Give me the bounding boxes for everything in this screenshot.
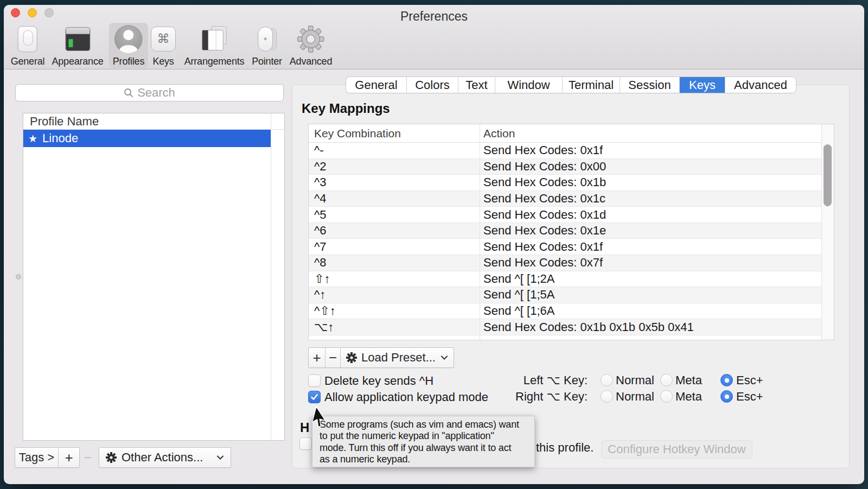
remove-mapping-button[interactable]: − bbox=[326, 348, 341, 367]
appearance-icon bbox=[65, 24, 90, 54]
general-icon bbox=[18, 24, 37, 54]
profile-name: Linode bbox=[42, 131, 78, 145]
delete-key-label: Delete key sends ^H bbox=[324, 374, 433, 387]
key-mapping-row[interactable]: ^8Send Hex Codes: 0x7f bbox=[309, 255, 821, 271]
key-mapping-row[interactable]: ^7Send Hex Codes: 0x1f bbox=[309, 239, 821, 255]
column-divider bbox=[480, 124, 480, 340]
other-actions-dropdown[interactable]: Other Actions... bbox=[99, 447, 231, 468]
gear-icon bbox=[346, 352, 357, 363]
tab-text[interactable]: Text bbox=[458, 77, 495, 93]
search-input[interactable]: Search bbox=[15, 84, 284, 101]
pointer-icon bbox=[253, 24, 280, 54]
search-placeholder: Search bbox=[137, 86, 175, 100]
radio-label: Normal bbox=[616, 390, 654, 403]
advanced-icon bbox=[297, 24, 325, 54]
profile-list-header: Profile Name bbox=[23, 113, 284, 130]
radio-label: Normal bbox=[616, 374, 654, 386]
hotkey-checkbox[interactable] bbox=[299, 437, 312, 450]
splitter-handle[interactable] bbox=[16, 274, 21, 280]
radio-label: Meta bbox=[675, 374, 702, 386]
profile-list: Profile Name ★ Linode bbox=[23, 113, 285, 441]
key-mapping-row[interactable]: ^-Send Hex Codes: 0x1f bbox=[309, 143, 821, 159]
key-mapping-row[interactable]: ^↑Send ^[ [1;5A bbox=[309, 287, 821, 303]
tab-session[interactable]: Session bbox=[620, 77, 680, 93]
tooltip: Some programs (such as vim and emacs) wa… bbox=[312, 416, 535, 467]
other-actions-label: Other Actions... bbox=[122, 450, 203, 465]
keypad-mode-checkbox[interactable] bbox=[308, 391, 321, 403]
tags-button[interactable]: Tags > bbox=[15, 448, 59, 467]
profile-tabs: GeneralColorsTextWindowTerminalSessionKe… bbox=[346, 77, 796, 93]
delete-key-checkbox[interactable] bbox=[308, 374, 321, 387]
list-column-divider bbox=[271, 113, 271, 440]
column-action: Action bbox=[483, 127, 515, 140]
preferences-window: Preferences GeneralAppearanceProfiles⌘Ke… bbox=[4, 5, 864, 484]
key-mapping-row[interactable]: ^⇧↑Send ^[ [1;6A bbox=[309, 303, 821, 320]
hotkey-text-partial: this profile. bbox=[536, 441, 593, 454]
remove-profile-button[interactable]: − bbox=[80, 447, 96, 468]
mouse-cursor bbox=[313, 404, 338, 433]
radio-group-label: Left ⌥ Key: bbox=[479, 374, 588, 386]
key-mapping-row[interactable]: ^3Send Hex Codes: 0x1b bbox=[309, 175, 821, 191]
configure-hotkey-window-button[interactable]: Configure Hotkey Window bbox=[601, 440, 752, 459]
tab-general[interactable]: General bbox=[346, 77, 407, 93]
radio-meta-left[interactable] bbox=[660, 374, 673, 386]
window-title: Preferences bbox=[4, 9, 864, 24]
tab-advanced[interactable]: Advanced bbox=[725, 77, 796, 93]
radio-meta-right[interactable] bbox=[660, 390, 673, 403]
radio-normal-left[interactable] bbox=[601, 374, 613, 386]
radio-group-label: Right ⌥ Key: bbox=[479, 390, 588, 403]
hotkey-heading-partial: H bbox=[300, 420, 309, 435]
chevron-down-icon bbox=[216, 455, 224, 460]
tab-keys[interactable]: Keys bbox=[680, 77, 725, 93]
radio-normal-right[interactable] bbox=[601, 390, 613, 403]
tab-window[interactable]: Window bbox=[495, 77, 563, 93]
column-key-combination: Key Combination bbox=[314, 127, 401, 140]
key-mapping-row[interactable]: ⌥↑Send Hex Codes: 0x1b 0x1b 0x5b 0x41 bbox=[309, 319, 821, 335]
tooltip-line: mode. Turn this off if you always want i… bbox=[320, 442, 534, 454]
key-mapping-row[interactable]: ^6Send Hex Codes: 0x1e bbox=[309, 223, 821, 239]
key-mapping-row[interactable]: ^4Send Hex Codes: 0x1c bbox=[309, 191, 821, 207]
tooltip-line: to put the numeric keypad in "applicatio… bbox=[320, 430, 534, 442]
toolbar-item-pointer[interactable]: Pointer bbox=[248, 23, 286, 68]
load-preset-dropdown[interactable]: Load Preset... bbox=[341, 348, 454, 367]
toolbar-item-arrangements[interactable]: Arrangements bbox=[181, 23, 248, 68]
toolbar-item-advanced[interactable]: Advanced bbox=[286, 23, 336, 68]
radio-esc-left[interactable] bbox=[720, 374, 733, 386]
tooltip-line: as a numeric keypad. bbox=[320, 454, 534, 465]
add-mapping-button[interactable]: + bbox=[309, 348, 326, 367]
search-icon bbox=[124, 88, 133, 98]
gear-icon bbox=[106, 452, 117, 463]
toolbar-item-profiles[interactable]: Profiles bbox=[109, 23, 148, 68]
load-preset-label: Load Preset... bbox=[361, 351, 436, 365]
table-rows: ^-Send Hex Codes: 0x1f^2Send Hex Codes: … bbox=[309, 143, 821, 335]
key-mapping-row[interactable]: ⇧↑Send ^[ [1;2A bbox=[309, 271, 821, 288]
arrangements-icon bbox=[201, 24, 228, 54]
keys-icon: ⌘ bbox=[151, 24, 176, 54]
radio-label: Esc+ bbox=[736, 374, 763, 386]
title-bar[interactable]: Preferences GeneralAppearanceProfiles⌘Ke… bbox=[4, 5, 864, 69]
toolbar-item-general[interactable]: General bbox=[7, 23, 49, 68]
radio-label: Esc+ bbox=[736, 390, 763, 403]
key-mapping-row[interactable]: ^5Send Hex Codes: 0x1d bbox=[309, 207, 821, 223]
table-header: Key Combination Action bbox=[309, 124, 834, 143]
section-heading: Key Mappings bbox=[302, 101, 390, 116]
scrollbar-thumb[interactable] bbox=[824, 144, 832, 206]
tab-terminal[interactable]: Terminal bbox=[563, 77, 620, 93]
check-icon bbox=[310, 392, 319, 402]
profiles-icon bbox=[114, 24, 143, 54]
toolbar-item-keys[interactable]: ⌘Keys bbox=[147, 23, 180, 68]
star-icon: ★ bbox=[28, 132, 37, 145]
key-mapping-row[interactable]: ^2Send Hex Codes: 0x00 bbox=[309, 159, 821, 175]
add-profile-button[interactable]: + bbox=[59, 448, 79, 467]
chevron-down-icon bbox=[441, 355, 448, 360]
tab-colors[interactable]: Colors bbox=[407, 77, 458, 93]
mapping-buttons: + − Load Preset... bbox=[308, 347, 454, 368]
toolbar-item-appearance[interactable]: Appearance bbox=[48, 23, 107, 68]
radio-label: Meta bbox=[675, 390, 702, 403]
profile-row-selected[interactable]: ★ Linode bbox=[23, 130, 271, 147]
keypad-mode-label: Allow application keypad mode bbox=[324, 391, 488, 403]
key-mappings-table: Key Combination Action ^-Send Hex Codes:… bbox=[308, 124, 834, 340]
tooltip-line: Some programs (such as vim and emacs) wa… bbox=[320, 419, 534, 430]
radio-esc-right[interactable] bbox=[720, 390, 733, 403]
tags-add-group: Tags > + bbox=[15, 447, 80, 468]
